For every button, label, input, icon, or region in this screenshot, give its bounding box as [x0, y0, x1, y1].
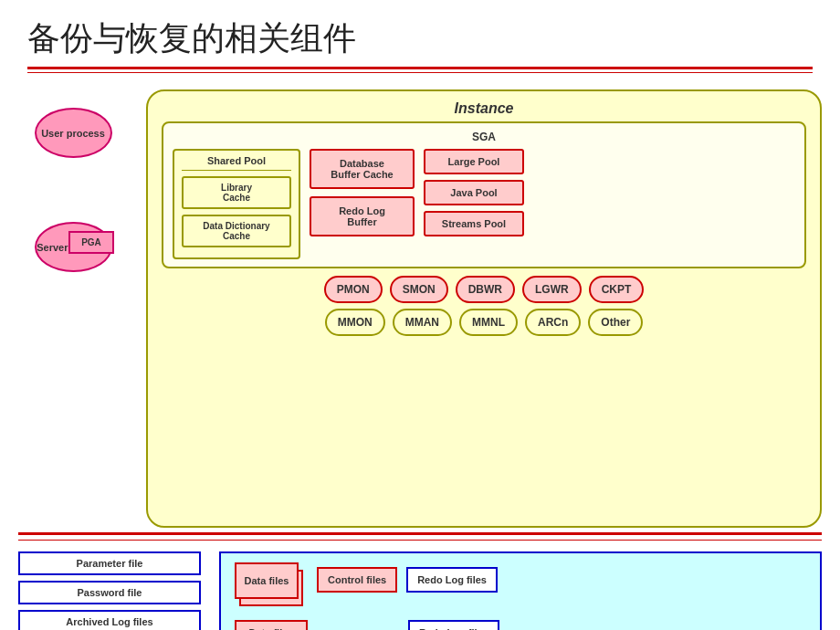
db-top-row: Data files Control files Redo Log files [235, 562, 806, 613]
password-file-box: Password file [18, 581, 201, 604]
data-files-front: Data files [235, 562, 299, 599]
sga-title: SGA [173, 131, 795, 143]
mman-pill: MMAN [393, 309, 452, 336]
redo-log-files-box-1: Redo Log files [406, 567, 498, 593]
bottom-divider [18, 532, 822, 535]
mmon-pill: MMON [325, 309, 385, 336]
mmnl-pill: MMNL [459, 309, 518, 336]
java-pool-box: Java Pool [424, 180, 524, 205]
control-files-box: Control files [317, 567, 397, 593]
sga-right: Large Pool Java Pool Streams Pool [424, 149, 524, 259]
title-line-thin [27, 72, 813, 73]
data-files-stack: Data files [235, 562, 308, 613]
dbwr-pill: DBWR [456, 276, 515, 303]
title-area: 备份与恢复的相关组件 [0, 0, 840, 80]
sga-area: SGA Shared Pool Library Cache Data Dicti… [162, 121, 806, 268]
instance-container: Instance SGA Shared Pool Library Cache D… [146, 89, 822, 528]
redo-log-files-box-2: Redo Log files [408, 620, 499, 630]
user-process-ellipse: User process [35, 108, 112, 158]
shared-pool: Shared Pool Library Cache Data Dictionar… [173, 149, 300, 259]
bottom-section: Parameter file Password file Archived Lo… [0, 542, 840, 630]
other-pill: Other [588, 309, 643, 336]
streams-pool-box: Streams Pool [424, 211, 524, 236]
server-group: Server process PGA [32, 222, 114, 268]
title-line [27, 67, 813, 69]
smon-pill: SMON [390, 276, 448, 303]
process-row-1: PMON SMON DBWR LGWR CKPT [162, 276, 806, 303]
sga-middle: Database Buffer Cache Redo Log Buffer [310, 149, 415, 259]
large-pool-box: Large Pool [424, 149, 524, 174]
redo-log-buffer-box: Redo Log Buffer [310, 196, 415, 236]
instance-title: Instance [162, 100, 806, 117]
sga-inner: Shared Pool Library Cache Data Dictionar… [173, 149, 795, 259]
page-title: 备份与恢复的相关组件 [27, 16, 813, 61]
lgwr-pill: LGWR [522, 276, 582, 303]
database-buffer-cache-box: Database Buffer Cache [310, 149, 415, 189]
archived-log-files-box: Archived Log files [18, 610, 201, 630]
data-files-box-2: Data files [235, 620, 308, 630]
parameter-file-box: Parameter file [18, 551, 201, 575]
pga-box: PGA [68, 231, 114, 254]
ckpt-pill: CKPT [589, 276, 645, 303]
database-box: Data files Control files Redo Log files … [219, 551, 822, 630]
process-row-2: MMON MMAN MMNL ARCn Other [162, 309, 806, 336]
bottom-divider-thin [18, 540, 822, 541]
main-content: User process Server process PGA Instance… [0, 80, 840, 528]
left-processes: User process Server process PGA [18, 89, 128, 528]
pmon-pill: PMON [324, 276, 383, 303]
shared-pool-title: Shared Pool [182, 155, 291, 171]
bottom-left-files: Parameter file Password file Archived Lo… [18, 551, 201, 630]
library-cache-box: Library Cache [182, 176, 291, 209]
data-dictionary-cache-box: Data Dictionary Cache [182, 215, 291, 247]
arcn-pill: ARCn [525, 309, 581, 336]
